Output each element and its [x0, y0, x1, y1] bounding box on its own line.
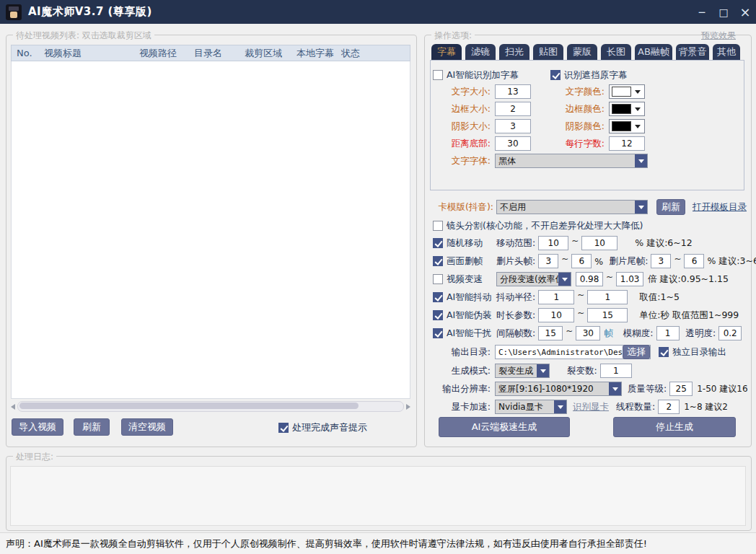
shake-from-input[interactable]: 1	[538, 290, 574, 304]
frame-delete-checkbox[interactable]	[433, 256, 443, 266]
minimize-button[interactable]: ─	[691, 0, 713, 24]
interval-from-input[interactable]: 15	[538, 326, 563, 340]
tab-bgm[interactable]: 背景音	[676, 44, 709, 60]
template-refresh-button[interactable]: 刷新	[656, 199, 685, 215]
tab-mask[interactable]: 蒙版	[567, 44, 597, 60]
border-size-color-row: 边框大小: 2 边框颜色:	[433, 101, 742, 117]
bottom-gap-linechars-row: 距离底部: 30 每行字数: 12	[433, 136, 742, 151]
del-tail-label: 删片尾帧:	[609, 255, 648, 268]
column-header-status: 状态	[336, 47, 410, 60]
tab-longimage[interactable]: 长图	[601, 44, 631, 60]
gen-mode-dropdown-arrow-icon[interactable]	[537, 364, 549, 377]
speed-from-input[interactable]: 0.98	[576, 272, 603, 286]
log-output-area[interactable]	[10, 466, 746, 526]
lens-split-checkbox[interactable]	[433, 221, 443, 231]
text-size-input[interactable]: 13	[495, 84, 531, 99]
shake-to-input[interactable]: 1	[587, 290, 628, 304]
detect-gpu-link[interactable]: 识别显卡	[573, 401, 609, 413]
scroll-left-arrow-icon[interactable]	[11, 404, 15, 410]
duration-to-input[interactable]: 15	[587, 308, 628, 322]
shadow-size-input[interactable]: 3	[495, 119, 531, 133]
clear-videos-button[interactable]: 清空视频	[121, 418, 173, 436]
blur-label: 模糊度:	[623, 327, 654, 340]
gen-mode-dropdown[interactable]: 裂变生成	[495, 364, 550, 378]
tab-subtitle[interactable]: 字幕	[431, 44, 462, 60]
resolution-dropdown[interactable]: 竖屏[9:16]-1080*1920	[495, 382, 622, 396]
shake-radius-label: 抖动半径:	[496, 291, 535, 304]
font-dropdown[interactable]: 黑体	[495, 154, 648, 168]
border-color-dropdown[interactable]	[609, 102, 645, 116]
refresh-list-button[interactable]: 刷新	[74, 418, 110, 436]
text-color-dropdown-arrow-icon[interactable]	[633, 90, 642, 94]
template-dropdown-arrow-icon[interactable]	[635, 201, 647, 214]
disguise-checkbox[interactable]	[433, 310, 443, 320]
ai-add-subtitle-label: AI智能识别加字幕	[447, 69, 519, 82]
mask-original-subtitle-checkbox[interactable]	[550, 70, 561, 80]
move-range-to-input[interactable]: 10	[581, 236, 617, 250]
del-tail-from-input[interactable]: 3	[651, 254, 671, 268]
move-range-from-input[interactable]: 10	[538, 236, 568, 250]
resolution-value: 竖屏[9:16]-1080*1920	[496, 383, 609, 395]
tab-filter[interactable]: 滤镜	[465, 44, 496, 60]
sound-tip-label: 处理完成声音提示	[292, 421, 367, 434]
font-dropdown-arrow-icon[interactable]	[635, 154, 647, 167]
open-template-dir-link[interactable]: 打开模板目录	[693, 201, 747, 214]
text-color-dropdown[interactable]	[609, 84, 645, 99]
tab-ab-blend[interactable]: AB融帧	[635, 44, 672, 60]
horizontal-scrollbar[interactable]	[11, 401, 410, 412]
split-count-input[interactable]: 1	[600, 364, 632, 378]
quality-input[interactable]: 25	[669, 382, 693, 396]
gpu-dropdown[interactable]: Nvidia显卡	[495, 400, 567, 414]
alpha-input[interactable]: 0.2	[718, 326, 742, 340]
gpu-label: 显卡加速:	[433, 401, 491, 413]
border-color-dropdown-arrow-icon[interactable]	[633, 107, 642, 111]
scroll-right-arrow-icon[interactable]	[406, 404, 410, 410]
bottom-gap-input[interactable]: 30	[495, 136, 531, 151]
shadow-color-dropdown-arrow-icon[interactable]	[633, 125, 642, 128]
del-head-from-input[interactable]: 3	[538, 254, 558, 268]
line-chars-input[interactable]: 12	[609, 136, 645, 151]
template-value: 不启用	[497, 201, 635, 214]
tab-other[interactable]: 其他	[713, 44, 740, 60]
gpu-dropdown-arrow-icon[interactable]	[554, 400, 566, 413]
video-table-body[interactable]	[11, 61, 410, 399]
tab-sticker[interactable]: 贴图	[533, 44, 563, 60]
speed-mode-dropdown[interactable]: 分段变速(效率优	[496, 272, 571, 286]
threads-input[interactable]: 2	[658, 400, 680, 414]
column-header-title: 视频标题	[39, 47, 134, 60]
sound-tip-checkbox[interactable]	[278, 423, 289, 433]
close-button[interactable]: ×	[734, 0, 756, 24]
del-head-to-input[interactable]: 6	[571, 254, 592, 268]
scrollbar-thumb[interactable]	[19, 403, 359, 409]
maximize-button[interactable]: □	[713, 0, 734, 24]
speed-row: 视频变速 分段变速(效率优 0.98 ~ 1.03 倍 建议:0.95~1.15	[433, 271, 750, 287]
interval-to-input[interactable]: 30	[576, 326, 600, 340]
preview-effect-link[interactable]: 预览效果	[701, 30, 736, 42]
import-video-button[interactable]: 导入视频	[12, 418, 63, 436]
scrollbar-track[interactable]	[17, 401, 404, 412]
select-dir-button[interactable]: 选择	[623, 345, 650, 359]
template-dropdown[interactable]: 不启用	[496, 200, 648, 214]
tilde-separator: ~	[571, 236, 579, 246]
speed-checkbox[interactable]	[433, 274, 443, 284]
speed-mode-dropdown-arrow-icon[interactable]	[558, 273, 571, 286]
border-size-input[interactable]: 2	[495, 102, 531, 116]
blur-input[interactable]: 1	[656, 326, 680, 340]
shadow-color-dropdown[interactable]	[609, 119, 645, 133]
independent-dir-checkbox[interactable]	[659, 347, 669, 357]
shadow-color-label: 阴影颜色:	[555, 120, 605, 133]
lens-split-label: 镜头分割(核心功能，不开启差异化处理大大降低)	[447, 220, 643, 232]
stop-generate-button[interactable]: 停止生成	[613, 417, 736, 437]
text-color-label: 文字颜色:	[555, 86, 605, 98]
speed-to-input[interactable]: 1.03	[616, 272, 643, 286]
shake-checkbox[interactable]	[433, 292, 443, 302]
tab-sweep[interactable]: 扫光	[499, 44, 529, 60]
cloud-generate-button[interactable]: AI云端极速生成	[439, 417, 570, 437]
del-tail-to-input[interactable]: 6	[684, 254, 704, 268]
interfere-checkbox[interactable]	[433, 328, 443, 338]
duration-from-input[interactable]: 10	[538, 308, 574, 322]
column-header-path: 视频路径	[134, 47, 189, 60]
random-move-checkbox[interactable]	[433, 238, 443, 248]
ai-add-subtitle-checkbox[interactable]	[433, 70, 443, 80]
resolution-dropdown-arrow-icon[interactable]	[609, 382, 621, 395]
